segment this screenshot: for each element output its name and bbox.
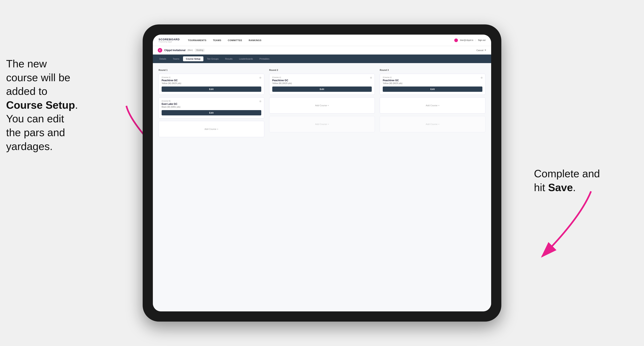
round-2-col: Round 2 ⊗ (Course A) Peachtree GC Yellow… xyxy=(269,69,375,140)
round2-add-course-label: Add Course + xyxy=(315,104,329,107)
round1-add-course-card[interactable]: Add Course + xyxy=(158,121,264,137)
tournament-bar: C Clippd Invitational (Men) Hosting Canc… xyxy=(153,46,491,54)
nav-right: blair@clippd.io | Sign out xyxy=(454,38,486,42)
round3-course-a-card: ⊗ (Course A) Peachtree GC Yellow (M) (66… xyxy=(380,74,486,95)
round2-add-course-label-2: Add Course + xyxy=(315,123,329,125)
nav-tournaments[interactable]: TOURNAMENTS xyxy=(188,38,206,42)
round-3-label: Round 3 xyxy=(380,69,486,71)
round-1-col: Round 1 ⊗ (Course A) Peachtree GC Yellow… xyxy=(158,69,264,140)
tab-bar: Details Teams Course Setup Tee Groups Re… xyxy=(153,54,491,63)
round-3-col: Round 3 ⊗ (Course A) Peachtree GC Yellow… xyxy=(380,69,486,140)
sign-out-link[interactable]: Sign out xyxy=(478,39,486,41)
tournament-left: C Clippd Invitational (Men) Hosting xyxy=(158,48,204,52)
round2-course-a-card: ⊗ (Course A) Peachtree GC Yellow (M) (66… xyxy=(269,74,375,95)
round1-course-b-badge: (Course B) xyxy=(162,100,261,102)
logo-subtitle: Powered by clippd xyxy=(158,41,180,43)
round2-add-course-card[interactable]: Add Course + xyxy=(269,97,375,114)
cancel-button[interactable]: Cancel ✕ xyxy=(476,49,486,51)
nav-email: blair@clippd.io xyxy=(460,39,474,41)
round3-add-course-card[interactable]: Add Course + xyxy=(380,97,486,114)
round3-course-a-delete-icon[interactable]: ⊗ xyxy=(480,76,483,79)
round3-add-course-label: Add Course + xyxy=(426,104,440,107)
round1-course-b-delete-icon[interactable]: ⊗ xyxy=(259,100,262,103)
top-nav: SCOREBOARD Powered by clippd TOURNAMENTS… xyxy=(153,35,491,46)
tab-tee-groups[interactable]: Tee Groups xyxy=(204,56,222,61)
round1-course-a-badge: (Course A) xyxy=(162,76,261,78)
round3-add-course-card-disabled: Add Course + xyxy=(380,116,486,132)
round1-course-a-tee: Yellow (M) (6629 yds) xyxy=(162,82,261,84)
nav-links: TOURNAMENTS TEAMS COMMITTEE RANKINGS xyxy=(188,38,454,42)
round2-course-a-tee: Yellow (M) (6629 yds) xyxy=(272,82,372,84)
round-1-label: Round 1 xyxy=(158,69,264,71)
tablet-screen: SCOREBOARD Powered by clippd TOURNAMENTS… xyxy=(153,35,491,311)
tab-results[interactable]: Results xyxy=(222,56,236,61)
nav-committee[interactable]: COMMITTEE xyxy=(228,38,242,42)
round3-course-a-edit-button[interactable]: Edit xyxy=(383,86,482,92)
tab-printables[interactable]: Printables xyxy=(256,56,272,61)
logo-area: SCOREBOARD Powered by clippd xyxy=(158,38,180,43)
tab-leaderboards[interactable]: Leaderboards xyxy=(236,56,256,61)
round1-course-a-edit-button[interactable]: Edit xyxy=(162,86,261,92)
c-logo: C xyxy=(158,48,162,52)
tab-details[interactable]: Details xyxy=(156,56,169,61)
round1-course-b-card: ⊗ (Course B) East Lake GC Black (M) (689… xyxy=(158,97,264,119)
annotation-left: The new course will be added to Course S… xyxy=(6,57,132,153)
round2-course-a-delete-icon[interactable]: ⊗ xyxy=(369,76,372,79)
logo-scoreboard: SCOREBOARD xyxy=(158,38,180,41)
arrow-right xyxy=(526,187,603,265)
tournament-name: Clippd Invitational xyxy=(164,49,186,52)
round2-course-a-name: Peachtree GC xyxy=(272,79,372,82)
nav-teams[interactable]: TEAMS xyxy=(213,38,221,42)
round3-add-course-label-2: Add Course + xyxy=(426,123,440,125)
round3-course-a-tee: Yellow (M) (6629 yds) xyxy=(383,82,482,84)
main-content: Round 1 ⊗ (Course A) Peachtree GC Yellow… xyxy=(153,63,491,311)
round1-course-b-tee: Black (M) (6891 yds) xyxy=(162,106,261,108)
rounds-grid: Round 1 ⊗ (Course A) Peachtree GC Yellow… xyxy=(158,69,486,140)
tablet-device: SCOREBOARD Powered by clippd TOURNAMENTS… xyxy=(143,24,501,322)
round1-course-b-name: East Lake GC xyxy=(162,103,261,105)
tournament-status: Hosting xyxy=(195,49,204,52)
round3-course-a-badge: (Course A) xyxy=(383,76,482,78)
round2-add-course-card-disabled: Add Course + xyxy=(269,116,375,132)
nav-divider: | xyxy=(476,39,476,41)
round1-course-a-delete-icon[interactable]: ⊗ xyxy=(259,76,262,79)
round1-course-b-edit-button[interactable]: Edit xyxy=(162,110,261,115)
round1-add-course-label: Add Course + xyxy=(204,128,218,130)
round2-course-a-badge: (Course A) xyxy=(272,76,372,78)
round2-course-a-edit-button[interactable]: Edit xyxy=(272,86,372,92)
tab-course-setup[interactable]: Course Setup xyxy=(183,56,204,61)
tab-teams[interactable]: Teams xyxy=(170,56,182,61)
round1-course-a-name: Peachtree GC xyxy=(162,79,261,82)
round1-course-a-card: ⊗ (Course A) Peachtree GC Yellow (M) (66… xyxy=(158,74,264,95)
round3-course-a-name: Peachtree GC xyxy=(383,79,482,82)
nav-rankings[interactable]: RANKINGS xyxy=(249,38,262,42)
round-2-label: Round 2 xyxy=(269,69,375,71)
nav-avatar xyxy=(454,38,458,42)
tournament-tag: (Men) xyxy=(188,49,193,51)
